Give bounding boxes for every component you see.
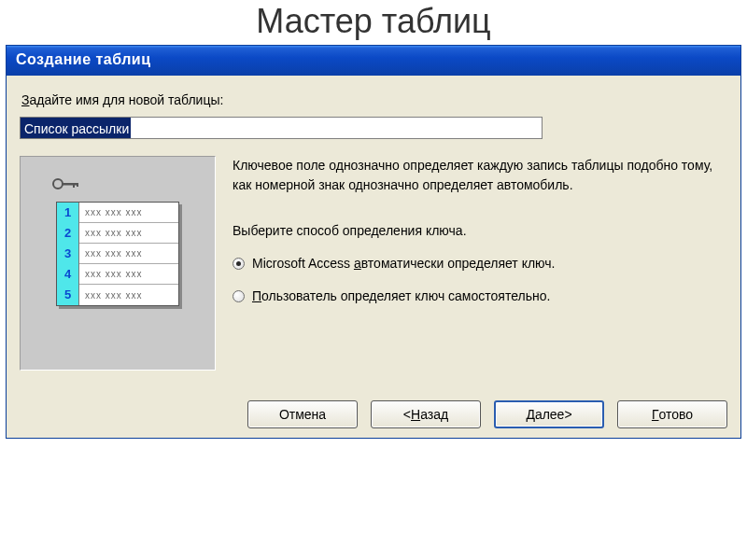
table-name-label: Задайте имя для новой таблицы: <box>21 92 726 107</box>
label-text: адайте имя для новой таблицы: <box>29 92 223 107</box>
radio-user-label: Пользователь определяет ключ самостоятел… <box>252 287 550 306</box>
label-part: ользователь определяет ключ самостоятель… <box>261 288 550 303</box>
svg-point-0 <box>53 179 63 189</box>
table-row: 2 xxx xxx xxx <box>57 223 178 244</box>
mnemonic: П <box>252 288 261 303</box>
row-number: 5 <box>57 285 79 305</box>
row-number: 2 <box>57 223 79 244</box>
label-part: алее <box>535 407 565 422</box>
finish-button[interactable]: Готово <box>617 400 727 428</box>
label-part: азад <box>420 407 448 422</box>
mnemonic: а <box>354 256 361 271</box>
row-data: xxx xxx xxx <box>79 290 178 301</box>
mnemonic: Н <box>411 407 420 422</box>
key-icon <box>52 177 80 190</box>
cancel-button[interactable]: Отмена <box>247 400 358 428</box>
row-data: xxx xxx xxx <box>79 269 178 279</box>
next-button[interactable]: Далее > <box>494 400 604 428</box>
table-row: 1 xxx xxx xxx <box>57 203 178 223</box>
key-method-prompt: Выберите способ определения ключа. <box>233 221 727 241</box>
illustration-panel: 1 xxx xxx xxx 2 xxx xxx xxx 3 xxx xxx xx… <box>20 156 216 371</box>
label-part: Microsoft Access <box>252 256 354 271</box>
dialog-window: Создание таблиц Задайте имя для новой та… <box>6 45 741 439</box>
row-data: xxx xxx xxx <box>79 248 178 259</box>
row-data: xxx xxx xxx <box>79 207 178 217</box>
illustration-table: 1 xxx xxx xxx 2 xxx xxx xxx 3 xxx xxx xx… <box>56 202 179 306</box>
label-part: втоматически определяет ключ. <box>361 256 556 271</box>
svg-rect-2 <box>73 183 75 188</box>
radio-auto-row[interactable]: Microsoft Access автоматически определяе… <box>233 254 727 273</box>
table-row: 4 xxx xxx xxx <box>57 264 178 285</box>
table-row: 3 xxx xxx xxx <box>57 244 178 264</box>
row-data: xxx xxx xxx <box>79 228 178 238</box>
page-heading: Мастер таблиц <box>0 2 747 41</box>
row-number: 3 <box>57 244 79 264</box>
radio-user-row[interactable]: Пользователь определяет ключ самостоятел… <box>233 287 727 306</box>
row-number: 4 <box>57 264 79 285</box>
row-number: 1 <box>57 203 79 223</box>
back-button[interactable]: < Назад <box>371 400 481 428</box>
radio-user[interactable] <box>233 290 245 302</box>
svg-rect-3 <box>77 183 78 187</box>
radio-auto-label: Microsoft Access автоматически определяе… <box>252 254 555 273</box>
table-row: 5 xxx xxx xxx <box>57 285 178 305</box>
label-part: > <box>564 407 571 422</box>
button-row: Отмена < Назад Далее > Готово <box>20 391 727 428</box>
mnemonic: Д <box>526 407 534 422</box>
radio-auto[interactable] <box>233 258 245 270</box>
content-row: 1 xxx xxx xxx 2 xxx xxx xxx 3 xxx xxx xx… <box>20 156 727 371</box>
dialog-body: Задайте имя для новой таблицы: Список ра… <box>7 76 740 438</box>
label-part: отово <box>659 407 694 422</box>
table-name-input[interactable]: Список рассылки <box>20 117 543 139</box>
mnemonic: Г <box>652 407 659 422</box>
titlebar: Создание таблиц <box>7 46 740 76</box>
key-description: Ключевое поле однозначно определяет кажд… <box>233 156 727 195</box>
table-name-value: Список рассылки <box>21 118 131 138</box>
description-column: Ключевое поле однозначно определяет кажд… <box>233 156 727 319</box>
label-part: < <box>403 407 411 422</box>
